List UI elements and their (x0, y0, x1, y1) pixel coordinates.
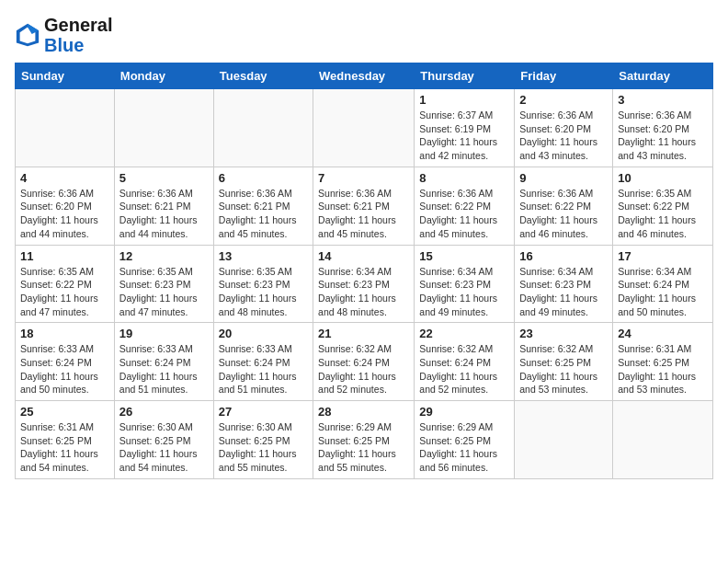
day-number: 27 (219, 405, 308, 419)
week-row-0: 1Sunrise: 6:37 AM Sunset: 6:19 PM Daylig… (16, 89, 713, 167)
page-header: General Blue (15, 15, 713, 55)
day-number: 6 (219, 171, 308, 185)
day-number: 1 (419, 93, 509, 107)
week-row-2: 11Sunrise: 6:35 AM Sunset: 6:22 PM Dayli… (16, 245, 713, 323)
day-info: Sunrise: 6:35 AM Sunset: 6:22 PM Dayligh… (20, 265, 109, 319)
week-row-1: 4Sunrise: 6:36 AM Sunset: 6:20 PM Daylig… (16, 167, 713, 245)
day-number: 16 (519, 249, 608, 263)
week-row-4: 25Sunrise: 6:31 AM Sunset: 6:25 PM Dayli… (16, 401, 713, 479)
day-cell: 11Sunrise: 6:35 AM Sunset: 6:22 PM Dayli… (16, 245, 115, 323)
day-cell: 26Sunrise: 6:30 AM Sunset: 6:25 PM Dayli… (114, 401, 213, 479)
day-info: Sunrise: 6:37 AM Sunset: 6:19 PM Dayligh… (419, 109, 509, 163)
day-info: Sunrise: 6:34 AM Sunset: 6:23 PM Dayligh… (419, 265, 509, 319)
day-info: Sunrise: 6:33 AM Sunset: 6:24 PM Dayligh… (20, 342, 109, 396)
calendar-table: SundayMondayTuesdayWednesdayThursdayFrid… (15, 63, 713, 479)
day-number: 26 (119, 405, 209, 419)
day-cell: 20Sunrise: 6:33 AM Sunset: 6:24 PM Dayli… (213, 323, 313, 401)
day-info: Sunrise: 6:35 AM Sunset: 6:22 PM Dayligh… (618, 187, 708, 241)
day-info: Sunrise: 6:34 AM Sunset: 6:24 PM Dayligh… (618, 265, 708, 319)
day-cell (515, 401, 613, 479)
day-number: 5 (119, 171, 209, 185)
day-number: 4 (20, 171, 109, 185)
day-cell: 10Sunrise: 6:35 AM Sunset: 6:22 PM Dayli… (613, 167, 713, 245)
day-info: Sunrise: 6:36 AM Sunset: 6:21 PM Dayligh… (318, 187, 409, 241)
day-cell: 17Sunrise: 6:34 AM Sunset: 6:24 PM Dayli… (613, 245, 713, 323)
logo: General Blue (15, 15, 112, 55)
day-cell: 9Sunrise: 6:36 AM Sunset: 6:22 PM Daylig… (515, 167, 613, 245)
day-cell: 21Sunrise: 6:32 AM Sunset: 6:24 PM Dayli… (313, 323, 415, 401)
header-row: SundayMondayTuesdayWednesdayThursdayFrid… (16, 63, 713, 89)
day-cell (313, 89, 415, 167)
day-cell: 5Sunrise: 6:36 AM Sunset: 6:21 PM Daylig… (114, 167, 213, 245)
day-cell: 8Sunrise: 6:36 AM Sunset: 6:22 PM Daylig… (415, 167, 515, 245)
day-info: Sunrise: 6:32 AM Sunset: 6:24 PM Dayligh… (318, 342, 409, 396)
day-cell (16, 89, 115, 167)
day-cell: 28Sunrise: 6:29 AM Sunset: 6:25 PM Dayli… (313, 401, 415, 479)
day-cell: 27Sunrise: 6:30 AM Sunset: 6:25 PM Dayli… (213, 401, 313, 479)
day-info: Sunrise: 6:33 AM Sunset: 6:24 PM Dayligh… (119, 342, 209, 396)
day-number: 24 (618, 327, 708, 340)
day-number: 10 (618, 171, 708, 185)
day-cell: 22Sunrise: 6:32 AM Sunset: 6:24 PM Dayli… (415, 323, 515, 401)
day-cell: 25Sunrise: 6:31 AM Sunset: 6:25 PM Dayli… (16, 401, 115, 479)
day-cell: 7Sunrise: 6:36 AM Sunset: 6:21 PM Daylig… (313, 167, 415, 245)
day-number: 18 (20, 327, 109, 340)
day-cell (613, 401, 713, 479)
day-cell: 16Sunrise: 6:34 AM Sunset: 6:23 PM Dayli… (515, 245, 613, 323)
column-header-friday: Friday (515, 63, 613, 89)
day-info: Sunrise: 6:31 AM Sunset: 6:25 PM Dayligh… (618, 342, 708, 396)
day-info: Sunrise: 6:36 AM Sunset: 6:20 PM Dayligh… (519, 109, 608, 163)
day-number: 28 (318, 405, 409, 419)
day-info: Sunrise: 6:31 AM Sunset: 6:25 PM Dayligh… (20, 420, 109, 475)
day-number: 2 (519, 93, 608, 107)
calendar-body: 1Sunrise: 6:37 AM Sunset: 6:19 PM Daylig… (16, 89, 713, 479)
day-number: 8 (419, 171, 509, 185)
day-number: 13 (219, 249, 308, 263)
day-info: Sunrise: 6:36 AM Sunset: 6:20 PM Dayligh… (20, 187, 109, 241)
day-info: Sunrise: 6:35 AM Sunset: 6:23 PM Dayligh… (219, 265, 308, 319)
day-info: Sunrise: 6:33 AM Sunset: 6:24 PM Dayligh… (219, 342, 308, 396)
day-number: 15 (419, 249, 509, 263)
column-header-wednesday: Wednesday (313, 63, 415, 89)
column-header-sunday: Sunday (16, 63, 115, 89)
day-cell: 24Sunrise: 6:31 AM Sunset: 6:25 PM Dayli… (613, 323, 713, 401)
column-header-monday: Monday (114, 63, 213, 89)
day-number: 23 (519, 327, 608, 340)
day-number: 9 (519, 171, 608, 185)
day-cell: 2Sunrise: 6:36 AM Sunset: 6:20 PM Daylig… (515, 89, 613, 167)
calendar-header: SundayMondayTuesdayWednesdayThursdayFrid… (16, 63, 713, 89)
day-info: Sunrise: 6:36 AM Sunset: 6:22 PM Dayligh… (519, 187, 608, 241)
day-info: Sunrise: 6:32 AM Sunset: 6:25 PM Dayligh… (519, 342, 608, 396)
column-header-saturday: Saturday (613, 63, 713, 89)
day-info: Sunrise: 6:36 AM Sunset: 6:22 PM Dayligh… (419, 187, 509, 241)
day-info: Sunrise: 6:36 AM Sunset: 6:21 PM Dayligh… (119, 187, 209, 241)
logo-icon (15, 22, 40, 48)
day-number: 7 (318, 171, 409, 185)
day-number: 11 (20, 249, 109, 263)
day-cell: 4Sunrise: 6:36 AM Sunset: 6:20 PM Daylig… (16, 167, 115, 245)
day-info: Sunrise: 6:36 AM Sunset: 6:21 PM Dayligh… (219, 187, 308, 241)
day-cell: 14Sunrise: 6:34 AM Sunset: 6:23 PM Dayli… (313, 245, 415, 323)
column-header-tuesday: Tuesday (213, 63, 313, 89)
day-cell: 18Sunrise: 6:33 AM Sunset: 6:24 PM Dayli… (16, 323, 115, 401)
logo-text: General Blue (44, 15, 112, 55)
day-cell: 3Sunrise: 6:36 AM Sunset: 6:20 PM Daylig… (613, 89, 713, 167)
day-cell: 29Sunrise: 6:29 AM Sunset: 6:25 PM Dayli… (415, 401, 515, 479)
day-cell (114, 89, 213, 167)
day-cell (213, 89, 313, 167)
day-cell: 6Sunrise: 6:36 AM Sunset: 6:21 PM Daylig… (213, 167, 313, 245)
week-row-3: 18Sunrise: 6:33 AM Sunset: 6:24 PM Dayli… (16, 323, 713, 401)
day-number: 20 (219, 327, 308, 340)
day-info: Sunrise: 6:30 AM Sunset: 6:25 PM Dayligh… (219, 420, 308, 475)
day-info: Sunrise: 6:34 AM Sunset: 6:23 PM Dayligh… (519, 265, 608, 319)
day-number: 19 (119, 327, 209, 340)
column-header-thursday: Thursday (415, 63, 515, 89)
day-cell: 13Sunrise: 6:35 AM Sunset: 6:23 PM Dayli… (213, 245, 313, 323)
day-info: Sunrise: 6:36 AM Sunset: 6:20 PM Dayligh… (618, 109, 708, 163)
day-number: 14 (318, 249, 409, 263)
day-number: 21 (318, 327, 409, 340)
day-info: Sunrise: 6:29 AM Sunset: 6:25 PM Dayligh… (318, 420, 409, 475)
day-cell: 12Sunrise: 6:35 AM Sunset: 6:23 PM Dayli… (114, 245, 213, 323)
day-number: 3 (618, 93, 708, 107)
day-cell: 19Sunrise: 6:33 AM Sunset: 6:24 PM Dayli… (114, 323, 213, 401)
